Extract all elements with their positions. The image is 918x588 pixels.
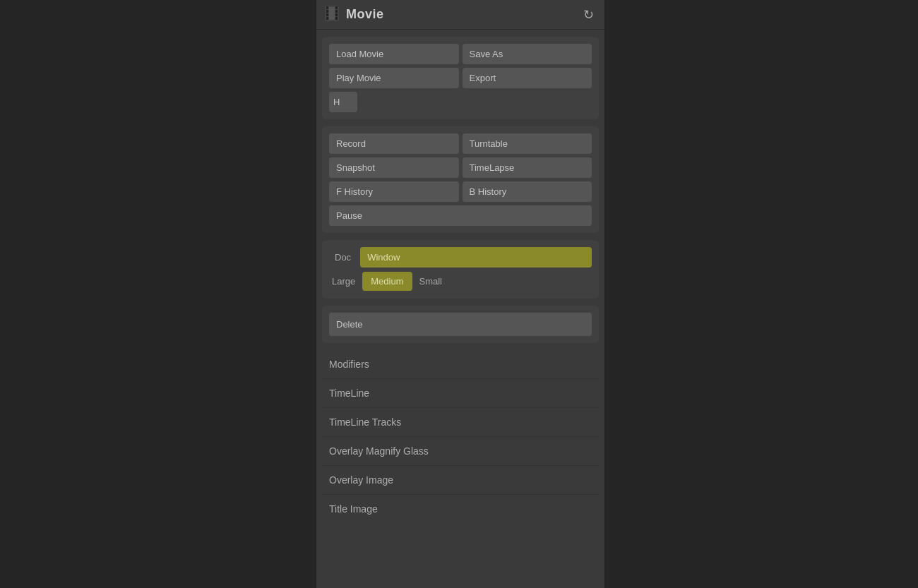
svg-rect-8 <box>335 17 338 20</box>
timelapse-button[interactable]: TimeLapse <box>463 157 592 178</box>
load-movie-button[interactable]: Load Movie <box>329 44 459 64</box>
section-delete: Delete <box>322 306 599 343</box>
svg-rect-5 <box>335 6 338 9</box>
window-button[interactable]: Window <box>360 247 592 268</box>
size-row: Large Medium Small <box>329 271 592 292</box>
history-row: F History B History <box>329 181 592 202</box>
large-label: Large <box>329 271 358 292</box>
svg-rect-9 <box>329 7 335 20</box>
play-movie-button[interactable]: Play Movie <box>329 68 459 88</box>
section-list: Modifiers TimeLine TimeLine Tracks Overl… <box>322 350 599 523</box>
h-button[interactable]: H <box>329 92 357 112</box>
svg-rect-4 <box>326 17 328 20</box>
section-record: Record Turntable Snapshot TimeLapse F Hi… <box>322 126 599 233</box>
svg-rect-2 <box>326 10 328 13</box>
refresh-icon[interactable]: ↻ <box>580 7 596 23</box>
medium-button[interactable]: Medium <box>362 272 412 291</box>
svg-rect-3 <box>326 13 328 16</box>
snapshot-button[interactable]: Snapshot <box>329 157 459 178</box>
panel-header: Movie ↻ <box>316 0 604 30</box>
left-background <box>0 0 316 588</box>
list-item-timeline[interactable]: TimeLine <box>322 378 599 407</box>
svg-rect-6 <box>335 10 338 13</box>
pause-row: Pause <box>329 205 592 226</box>
delete-button[interactable]: Delete <box>329 313 592 336</box>
list-item-title-image[interactable]: Title Image <box>322 494 599 523</box>
right-background <box>605 0 918 588</box>
movie-panel: Movie ↻ Load Movie Save As Play Movie Ex… <box>316 0 605 588</box>
export-button[interactable]: Export <box>463 68 592 88</box>
section-load-save: Load Movie Save As Play Movie Export H <box>322 37 599 119</box>
f-history-button[interactable]: F History <box>329 181 459 202</box>
doc-label: Doc <box>329 247 357 268</box>
panel-title: Movie <box>346 7 573 22</box>
svg-rect-1 <box>326 6 328 9</box>
play-export-row: Play Movie Export H <box>329 68 592 112</box>
snapshot-timelapse-row: Snapshot TimeLapse <box>329 157 592 178</box>
load-save-row: Load Movie Save As <box>329 44 592 64</box>
list-item-overlay-magnify-glass[interactable]: Overlay Magnify Glass <box>322 436 599 465</box>
record-turntable-row: Record Turntable <box>329 133 592 154</box>
save-as-button[interactable]: Save As <box>463 44 592 64</box>
list-item-timeline-tracks[interactable]: TimeLine Tracks <box>322 407 599 436</box>
record-button[interactable]: Record <box>329 133 459 154</box>
list-item-modifiers[interactable]: Modifiers <box>322 350 599 378</box>
doc-window-row: Doc Window <box>329 247 592 268</box>
turntable-button[interactable]: Turntable <box>463 133 592 154</box>
film-icon <box>325 6 339 23</box>
pause-button[interactable]: Pause <box>329 205 592 226</box>
small-label: Small <box>417 271 446 292</box>
svg-rect-7 <box>335 13 338 16</box>
page-container: Movie ↻ Load Movie Save As Play Movie Ex… <box>0 0 918 588</box>
list-item-overlay-image[interactable]: Overlay Image <box>322 465 599 494</box>
section-view: Doc Window Large Medium Small <box>322 240 599 299</box>
b-history-button[interactable]: B History <box>463 181 592 202</box>
